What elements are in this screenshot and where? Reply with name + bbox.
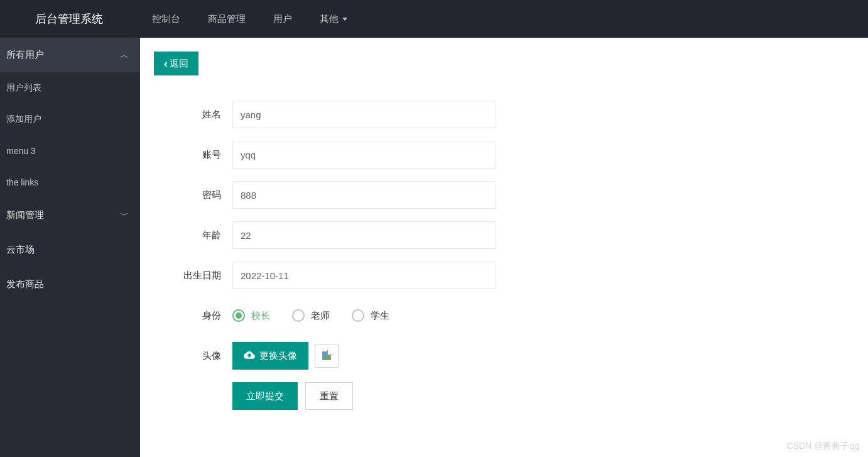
radio-icon [352, 309, 364, 322]
sidebar-subitems: 用户列表 添加用户 menu 3 the links [0, 72, 140, 198]
form-row-account: 账号 [154, 141, 669, 168]
form-row-name: 姓名 [154, 101, 669, 128]
sidebar: 所有用户 ︿ 用户列表 添加用户 menu 3 the links [0, 38, 140, 457]
header: 后台管理系统 控制台 商品管理 用户 其他 [0, 0, 868, 38]
avatar-controls: 更换头像 [232, 342, 339, 370]
sidebar-group-news: 新闻管理 ﹀ [0, 198, 140, 233]
back-button[interactable]: ‹ 返回 [154, 52, 198, 75]
radio-student[interactable]: 学生 [352, 309, 389, 322]
sidebar-item-menu3[interactable]: menu 3 [0, 135, 140, 167]
radio-label: 学生 [371, 310, 389, 322]
avatar-preview [315, 344, 339, 368]
sidebar-item-label: 云市场 [6, 244, 35, 256]
sidebar-item-label: menu 3 [6, 146, 36, 156]
cloud-upload-icon [244, 350, 255, 362]
sidebar-item-label: 用户列表 [6, 82, 41, 94]
sidebar-item-label: 添加用户 [6, 114, 41, 125]
role-radio-group: 校长 老师 学生 [232, 302, 389, 329]
sidebar-item-publish[interactable]: 发布商品 [0, 267, 140, 302]
sidebar-item-links[interactable]: the links [0, 167, 140, 198]
sidebar-group-label: 新闻管理 [6, 209, 44, 221]
top-nav: 控制台 商品管理 用户 其他 [138, 0, 361, 38]
chevron-down-icon: ﹀ [120, 210, 129, 221]
birthday-label: 出生日期 [154, 270, 232, 282]
birthday-input[interactable] [232, 262, 496, 289]
sidebar-group-label: 所有用户 [6, 49, 44, 61]
sidebar-group-header-users[interactable]: 所有用户 ︿ [0, 38, 140, 72]
upload-label: 更换头像 [259, 350, 297, 362]
top-nav-users[interactable]: 用户 [259, 0, 306, 38]
upload-avatar-button[interactable]: 更换头像 [232, 342, 308, 370]
form-actions: 立即提交 重置 [232, 382, 669, 410]
nav-label: 用户 [273, 13, 292, 25]
chevron-left-icon: ‹ [164, 57, 168, 70]
sidebar-group-users: 所有用户 ︿ 用户列表 添加用户 menu 3 the links [0, 38, 140, 198]
container: 所有用户 ︿ 用户列表 添加用户 menu 3 the links [0, 38, 868, 457]
back-label: 返回 [170, 58, 188, 70]
user-form: 姓名 账号 密码 年龄 [154, 101, 669, 410]
form-row-age: 年龄 [154, 221, 669, 249]
radio-principal[interactable]: 校长 [232, 309, 270, 322]
form-row-birthday: 出生日期 [154, 262, 669, 289]
radio-label: 校长 [251, 310, 270, 322]
form-row-password: 密码 [154, 181, 669, 209]
main-content: ‹ 返回 姓名 账号 密码 年 [140, 38, 868, 457]
chevron-down-icon [342, 18, 347, 21]
chevron-up-icon: ︿ [120, 50, 129, 61]
password-input[interactable] [232, 181, 496, 209]
age-label: 年龄 [154, 229, 232, 241]
broken-image-icon [322, 351, 331, 360]
nav-label: 其他 [320, 13, 339, 25]
radio-icon [232, 309, 245, 322]
form-row-avatar: 头像 更换头像 [154, 342, 669, 370]
nav-label: 商品管理 [208, 13, 246, 25]
avatar-label: 头像 [154, 350, 232, 362]
account-input[interactable] [232, 141, 496, 168]
role-label: 身份 [154, 310, 232, 322]
submit-button[interactable]: 立即提交 [232, 382, 298, 410]
password-label: 密码 [154, 189, 232, 201]
reset-button[interactable]: 重置 [305, 382, 353, 410]
radio-dot-icon [236, 312, 242, 319]
age-input[interactable] [232, 221, 496, 249]
sidebar-item-market[interactable]: 云市场 [0, 233, 140, 267]
top-nav-console[interactable]: 控制台 [138, 0, 194, 38]
sidebar-item-add-user[interactable]: 添加用户 [0, 104, 140, 135]
name-label: 姓名 [154, 109, 232, 121]
sidebar-item-label: the links [6, 177, 38, 187]
radio-label: 老师 [311, 310, 330, 322]
top-nav-products[interactable]: 商品管理 [194, 0, 259, 38]
form-row-role: 身份 校长 老师 学生 [154, 302, 669, 329]
sidebar-item-label: 发布商品 [6, 278, 44, 290]
sidebar-item-user-list[interactable]: 用户列表 [0, 72, 140, 104]
sidebar-group-header-news[interactable]: 新闻管理 ﹀ [0, 198, 140, 233]
nav-label: 控制台 [152, 13, 180, 25]
radio-teacher[interactable]: 老师 [292, 309, 330, 322]
account-label: 账号 [154, 149, 232, 161]
name-input[interactable] [232, 101, 496, 128]
top-nav-other[interactable]: 其他 [306, 0, 361, 38]
radio-icon [292, 309, 305, 322]
logo: 后台管理系统 [0, 0, 138, 38]
